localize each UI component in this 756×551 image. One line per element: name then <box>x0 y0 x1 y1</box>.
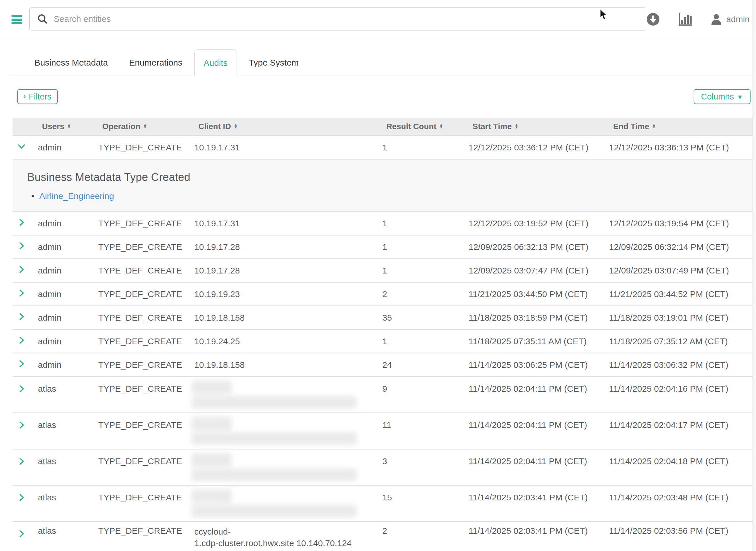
column-header-users[interactable]: Users▲▼ <box>38 122 98 131</box>
app-root: admin Business MetadataEnumerationsAudit… <box>0 0 756 551</box>
expand-row-icon[interactable] <box>17 385 26 393</box>
columns-button[interactable]: Columns ▼ <box>694 89 751 104</box>
client-id-cell: 10.19.24.25 <box>194 336 382 347</box>
end-time-cell: 11/21/2025 03:44:52 PM (CET) <box>609 289 753 299</box>
expand-row-icon[interactable] <box>17 241 26 250</box>
operation-cell: TYPE_DEF_CREATE <box>98 450 194 466</box>
column-header-label: Operation <box>102 122 140 131</box>
end-time-cell: 11/14/2025 02:04:18 PM (CET) <box>609 450 753 466</box>
expand-row-icon[interactable] <box>17 457 26 466</box>
sort-icon[interactable]: ▲▼ <box>67 124 71 128</box>
result-count-cell: 1 <box>382 218 469 228</box>
user-icon <box>711 14 722 25</box>
start-time-cell: 12/12/2025 03:19:52 PM (CET) <box>469 218 609 228</box>
top-bar: admin <box>0 0 756 38</box>
client-id-cell <box>194 413 382 420</box>
column-header-start-time[interactable]: Start Time▲▼ <box>469 122 609 131</box>
table-row: atlasTYPE_DEF_CREATE311/14/2025 02:04:11… <box>13 450 753 486</box>
client-id-text: 10.19.17.31 <box>194 218 240 228</box>
tab-type-system[interactable]: Type System <box>240 49 308 76</box>
operation-cell: TYPE_DEF_CREATE <box>98 289 194 299</box>
row-expander-cell <box>13 265 38 276</box>
tab-business-metadata[interactable]: Business Metadata <box>25 49 117 76</box>
table-row: atlasTYPE_DEF_CREATE911/14/2025 02:04:11… <box>13 377 753 413</box>
start-time-cell: 11/14/2025 02:04:11 PM (CET) <box>469 450 609 466</box>
table-row: atlasTYPE_DEF_CREATEccycloud-1.cdp-clust… <box>13 522 753 551</box>
user-cell: admin <box>38 289 98 299</box>
user-menu[interactable]: admin <box>711 14 750 25</box>
row-expander-cell <box>13 142 38 153</box>
client-id-cell: ccycloud-1.cdp-cluster.root.hwx.site 10.… <box>194 522 382 549</box>
table-row: adminTYPE_DEF_CREATE10.19.18.1582411/14/… <box>13 354 753 377</box>
table-toolbar: › Filters Columns ▼ <box>0 89 756 104</box>
sort-icon[interactable]: ▲▼ <box>143 124 147 128</box>
result-count-cell: 2 <box>382 289 469 299</box>
row-expander-cell <box>13 336 38 347</box>
expand-row-icon[interactable] <box>17 529 26 538</box>
end-time-cell: 11/18/2025 07:35:12 AM (CET) <box>609 337 753 346</box>
column-header-end-time[interactable]: End Time▲▼ <box>609 122 753 131</box>
end-time-cell: 12/09/2025 03:07:49 PM (CET) <box>609 266 753 276</box>
client-id-text: ccycloud- <box>194 527 231 536</box>
client-id-cell: 10.19.17.31 <box>194 218 382 229</box>
operation-cell: TYPE_DEF_CREATE <box>98 218 194 228</box>
column-header-label: Client ID <box>198 122 231 131</box>
collapse-row-icon[interactable] <box>17 142 26 151</box>
redacted-client-id <box>191 469 357 481</box>
search-input[interactable] <box>48 14 646 24</box>
sort-icon[interactable]: ▲▼ <box>439 124 443 128</box>
client-id-text: 10.19.18.158 <box>194 313 245 323</box>
sort-icon[interactable]: ▲▼ <box>652 124 656 128</box>
table-row: adminTYPE_DEF_CREATE10.19.17.28112/09/20… <box>13 259 753 283</box>
menu-hamburger-icon[interactable] <box>11 15 23 24</box>
column-header-operation[interactable]: Operation▲▼ <box>98 122 194 131</box>
expand-row-icon[interactable] <box>17 218 26 226</box>
user-cell: admin <box>38 266 98 276</box>
end-time-cell: 11/14/2025 02:04:17 PM (CET) <box>609 413 753 430</box>
column-header-label: Start Time <box>473 122 512 131</box>
operation-cell: TYPE_DEF_CREATE <box>98 313 194 323</box>
expand-row-icon[interactable] <box>17 360 26 368</box>
start-time-cell: 11/14/2025 03:06:25 PM (CET) <box>469 360 609 370</box>
user-cell: admin <box>38 242 98 252</box>
user-cell: admin <box>38 313 98 323</box>
type-link[interactable]: Airline_Engineering <box>39 191 114 201</box>
user-cell: admin <box>38 218 98 228</box>
operation-cell: TYPE_DEF_CREATE <box>98 486 194 502</box>
tab-enumerations[interactable]: Enumerations <box>120 49 191 76</box>
expand-row-icon[interactable] <box>17 336 26 345</box>
sort-icon[interactable]: ▲▼ <box>234 124 238 128</box>
expand-row-icon[interactable] <box>17 265 26 274</box>
vertical-scrollbar[interactable] <box>753 0 756 551</box>
expand-row-icon[interactable] <box>17 421 26 429</box>
result-count-cell: 1 <box>382 337 469 346</box>
client-id-cell: 10.19.17.28 <box>194 241 382 253</box>
expand-row-icon[interactable] <box>17 493 26 502</box>
client-id-cell: 10.19.18.158 <box>194 312 382 324</box>
client-id-cell: 10.19.17.31 <box>194 142 382 153</box>
start-time-cell: 11/14/2025 02:03:41 PM (CET) <box>469 486 609 502</box>
search-box[interactable] <box>29 7 646 30</box>
client-id-text: 10.19.24.25 <box>194 337 240 346</box>
bar-chart-icon[interactable] <box>678 13 692 26</box>
column-header-result-count[interactable]: Result Count▲▼ <box>382 122 469 131</box>
start-time-cell: 11/14/2025 02:04:11 PM (CET) <box>469 377 609 394</box>
audit-table: Users▲▼Operation▲▼Client ID▲▼Result Coun… <box>13 118 753 551</box>
column-header-client-id[interactable]: Client ID▲▼ <box>194 122 382 131</box>
sort-icon[interactable]: ▲▼ <box>515 124 518 128</box>
user-cell: atlas <box>38 522 98 536</box>
filters-button[interactable]: › Filters <box>17 89 58 104</box>
download-circle-icon[interactable] <box>646 12 660 26</box>
expand-row-icon[interactable] <box>17 289 26 298</box>
operation-cell: TYPE_DEF_CREATE <box>98 377 194 394</box>
expand-row-icon[interactable] <box>17 312 26 321</box>
column-header-label: Result Count <box>386 122 436 131</box>
table-row: adminTYPE_DEF_CREATE10.19.17.28112/09/20… <box>13 235 753 259</box>
start-time-cell: 11/21/2025 03:44:50 PM (CET) <box>469 289 609 299</box>
client-id-cell: 10.19.17.28 <box>194 265 382 277</box>
username-label: admin <box>726 14 750 24</box>
end-time-cell: 12/12/2025 03:19:54 PM (CET) <box>609 218 753 228</box>
client-id-text: 10.19.17.28 <box>194 266 240 275</box>
client-id-text: 10.19.17.28 <box>194 242 240 251</box>
tab-audits[interactable]: Audits <box>194 49 237 76</box>
